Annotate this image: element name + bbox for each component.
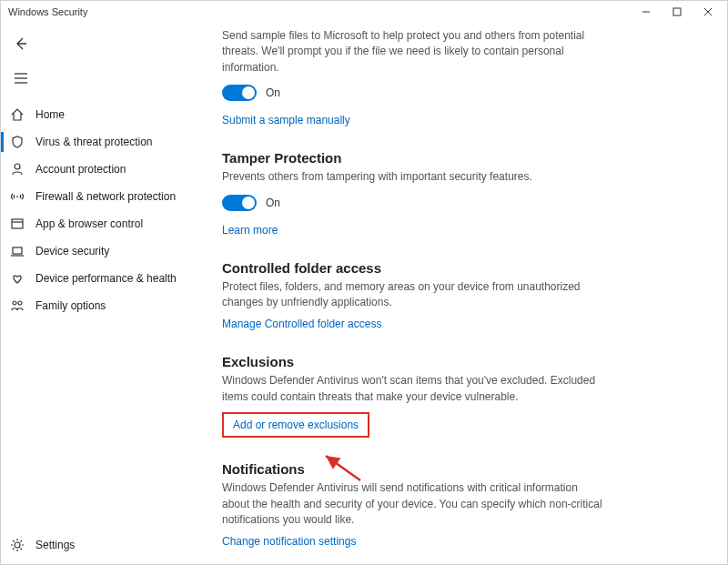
link-change-notification-settings[interactable]: Change notification settings <box>222 535 356 548</box>
section-notifications: Notifications Windows Defender Antivirus… <box>222 461 604 548</box>
back-arrow-icon <box>14 36 28 51</box>
sidebar-item-app-browser[interactable]: App & browser control <box>1 210 206 237</box>
gear-icon <box>10 538 25 552</box>
laptop-icon <box>10 244 25 258</box>
svg-point-12 <box>13 301 16 305</box>
svg-rect-10 <box>13 247 22 254</box>
section-controlled-folder-access: Controlled folder access Protect files, … <box>222 260 604 331</box>
sidebar-item-settings[interactable]: Settings <box>1 531 206 559</box>
sidebar-item-account-protection[interactable]: Account protection <box>1 156 206 183</box>
section-title: Tamper Protection <box>222 150 604 166</box>
section-description: Windows Defender Antivirus won't scan it… <box>222 373 604 405</box>
section-title: Notifications <box>222 461 604 477</box>
minimize-button[interactable] <box>631 1 662 23</box>
section-title: Controlled folder access <box>222 260 604 276</box>
sidebar-item-home[interactable]: Home <box>1 101 206 128</box>
svg-point-14 <box>15 542 20 548</box>
sidebar-item-label: Device security <box>35 245 109 257</box>
window-title: Windows Security <box>5 6 631 17</box>
sidebar-item-virus-threat[interactable]: Virus & threat protection <box>1 128 206 156</box>
sidebar-item-label: App & browser control <box>35 217 143 230</box>
section-exclusions: Exclusions Windows Defender Antivirus wo… <box>222 354 604 438</box>
link-learn-more[interactable]: Learn more <box>222 224 278 237</box>
sidebar-item-family[interactable]: Family options <box>1 292 206 319</box>
shield-icon <box>10 135 25 149</box>
section-description: Protect files, folders, and memory areas… <box>222 279 604 311</box>
section-description: Windows Defender Antivirus will send not… <box>222 480 604 528</box>
sidebar-item-label: Virus & threat protection <box>35 136 153 148</box>
sidebar-item-label: Home <box>35 108 65 121</box>
section-sample-submission: Send sample files to Microsoft to help p… <box>222 28 604 126</box>
sidebar-item-device-security[interactable]: Device security <box>1 237 206 265</box>
section-description: Prevents others from tampering with impo… <box>222 169 604 185</box>
sidebar-item-label: Firewall & network protection <box>35 190 176 203</box>
sidebar-item-firewall[interactable]: Firewall & network protection <box>1 183 206 210</box>
sidebar: Home Virus & threat protection Account p… <box>1 23 206 564</box>
main-content: Send sample files to Microsoft to help p… <box>206 23 727 564</box>
browser-icon <box>10 217 25 231</box>
maximize-button[interactable] <box>662 1 693 23</box>
family-icon <box>10 298 25 313</box>
link-submit-sample[interactable]: Submit a sample manually <box>222 114 350 126</box>
signal-icon <box>10 189 25 204</box>
toggle-tamper-protection[interactable] <box>222 195 257 211</box>
close-button[interactable] <box>693 1 723 23</box>
sidebar-item-label: Device performance & health <box>35 272 177 285</box>
person-icon <box>10 162 25 177</box>
svg-point-13 <box>18 301 22 305</box>
sidebar-item-device-performance[interactable]: Device performance & health <box>1 265 206 292</box>
hamburger-icon <box>14 73 28 84</box>
toggle-sample-submission[interactable] <box>222 85 257 101</box>
section-title: Exclusions <box>222 354 604 369</box>
svg-rect-8 <box>12 219 23 228</box>
svg-point-7 <box>15 164 20 169</box>
svg-rect-1 <box>673 8 681 15</box>
section-tamper-protection: Tamper Protection Prevents others from t… <box>222 150 604 236</box>
annotation-arrow-icon <box>315 449 369 485</box>
sidebar-item-label: Family options <box>35 299 106 312</box>
link-add-remove-exclusions[interactable]: Add or remove exclusions <box>222 412 369 438</box>
sidebar-item-label: Account protection <box>35 163 126 176</box>
back-button[interactable] <box>5 30 37 57</box>
titlebar: Windows Security <box>1 1 727 23</box>
heart-icon <box>10 271 25 286</box>
link-manage-cfa[interactable]: Manage Controlled folder access <box>222 318 381 330</box>
sidebar-item-label: Settings <box>35 539 75 551</box>
toggle-label: On <box>266 86 280 99</box>
toggle-label: On <box>266 197 280 209</box>
section-description: Send sample files to Microsoft to help p… <box>222 28 604 76</box>
home-icon <box>10 107 25 122</box>
menu-button[interactable] <box>5 65 37 92</box>
